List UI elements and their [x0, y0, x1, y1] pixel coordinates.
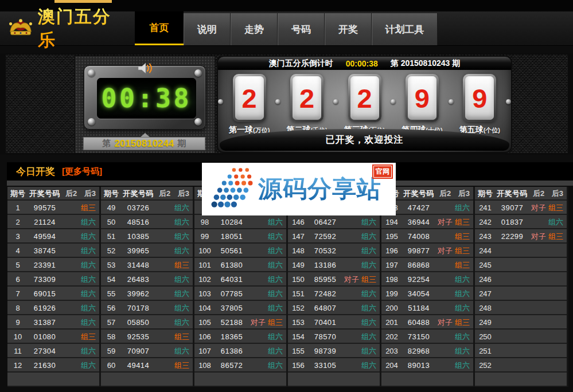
period-cell: 105 [194, 315, 215, 328]
hou3-cell: 组六 [268, 330, 286, 343]
period-cell: 51 [101, 229, 122, 242]
hou3-cell: 组三 [268, 315, 286, 328]
hou3-cell: 组六 [174, 344, 193, 357]
table-row: 252 [475, 358, 567, 373]
number-cell: 13186 [309, 258, 342, 271]
hou3-cell: 组六 [268, 272, 286, 285]
countdown-display: 00:38 [97, 78, 196, 119]
number-cell: 49414 [122, 358, 155, 371]
table-row: 10307785组六 [194, 287, 286, 301]
hou3-cell: 组六 [268, 358, 286, 371]
hou2-cell [248, 272, 268, 285]
ball-value: 2 [293, 76, 321, 120]
number-cell: 21124 [28, 215, 61, 228]
hou3-cell: 组六 [268, 229, 286, 242]
nav-item-计划工具[interactable]: 计划工具 [372, 13, 438, 45]
period-cell: 146 [288, 215, 309, 228]
hou3-cell: 组六 [268, 344, 286, 357]
hou3-cell: 组六 [361, 215, 380, 228]
number-cell: 61926 [28, 301, 61, 314]
period-cell: 55 [101, 287, 122, 300]
hou3-cell [548, 244, 567, 257]
number-cell: 70401 [309, 315, 342, 328]
table-row: 10161380组六 [194, 258, 286, 272]
hou3-cell: 组三 [81, 201, 99, 214]
period-cell: 247 [475, 287, 496, 300]
hou2-cell [342, 301, 361, 314]
speaker-icon[interactable] [138, 62, 153, 74]
period-cell: 150 [288, 272, 309, 285]
column-header: 开奖号码 [122, 187, 155, 199]
hou2-cell [529, 287, 548, 300]
nav-item-号码[interactable]: 号码 [278, 13, 325, 45]
rivet-icon [218, 99, 223, 104]
period-cell: 53 [101, 258, 122, 271]
ball-value: 2 [350, 76, 379, 120]
table-row: 20051184组六 [381, 301, 473, 315]
table-row: 221124组六 [7, 215, 99, 229]
hou2-cell [61, 229, 81, 242]
number-cell [496, 301, 529, 314]
table-row: 5970907组六 [101, 344, 193, 358]
site-title: 澳门五分乐 [38, 5, 127, 52]
ball-label-sub: (个位) [484, 127, 500, 134]
number-cell: 73150 [402, 330, 435, 343]
hou2-cell [342, 258, 361, 271]
nav-item-开奖[interactable]: 开奖 [325, 13, 372, 45]
table-row: 6049414组三 [101, 358, 193, 373]
hou3-cell: 组六 [455, 201, 473, 214]
period-cell: 100 [194, 244, 215, 257]
nav-item-走势[interactable]: 走势 [231, 13, 278, 45]
screw-icon [194, 69, 202, 77]
table-column-group: 期号开奖号码后2后324139077对子组三24201837组六24322299… [475, 187, 568, 387]
hou2-cell [435, 201, 455, 214]
table-row: 5670178组六 [101, 301, 193, 315]
number-cell: 61386 [215, 344, 248, 357]
number-cell: 52188 [215, 315, 248, 328]
rivet-icon [391, 99, 396, 104]
nav-item-首页[interactable]: 首页 [135, 11, 184, 45]
period-cell: 156 [288, 358, 309, 371]
table-row: 523391组六 [7, 258, 99, 272]
hou2-cell [435, 344, 455, 357]
hou3-cell: 组六 [81, 287, 99, 300]
table-row: 438745组六 [7, 244, 99, 258]
site-logo[interactable]: 澳门五分乐 [0, 11, 135, 45]
hou2-cell [529, 272, 548, 285]
hou3-cell: 组六 [81, 358, 99, 371]
hou3-cell: 组六 [361, 301, 380, 314]
more-numbers-link[interactable]: [更多号码] [62, 166, 102, 177]
number-cell: 03726 [122, 201, 155, 214]
table-row: 10886572组六 [194, 358, 286, 373]
table-row: 1127304组六 [7, 344, 99, 358]
period-cell: 58 [101, 330, 122, 343]
rivet-icon [449, 99, 454, 104]
hou3-cell: 组六 [361, 258, 380, 271]
hou2-cell [155, 344, 174, 357]
hou3-cell: 组六 [455, 344, 473, 357]
hou3-cell: 组三 [548, 229, 567, 242]
hou2-cell [248, 258, 268, 271]
table-row: 5892535组三 [101, 330, 193, 344]
table-row: 15598739组六 [288, 344, 380, 358]
draw-panel-titlebar: 澳门五分乐倒计时 00:00:38 第 20150810243 期 [218, 57, 511, 70]
hou2-cell [529, 315, 548, 328]
table-row: 931387组六 [7, 315, 99, 330]
slots-row: 2第一球(万位)2第二球(千位)2第三球(百位)9第四球(十位)9第五球(个位) [218, 74, 511, 135]
period-cell: 52 [101, 244, 122, 257]
table-row: 10552188对子组三 [194, 315, 286, 330]
hou2-cell [61, 287, 81, 300]
hou2-cell [61, 201, 81, 214]
table-row: 349594组六 [7, 229, 99, 244]
table-header-row: 期号开奖号码后2后3 [7, 187, 99, 201]
nav-item-说明[interactable]: 说明 [184, 13, 231, 45]
number-cell: 73309 [28, 272, 61, 285]
number-cell: 70178 [122, 301, 155, 314]
number-cell: 61380 [215, 258, 248, 271]
column-header: 后2 [435, 187, 455, 199]
period-cell: 250 [475, 330, 496, 343]
table-row: 1221630组六 [7, 358, 99, 373]
table-row [194, 373, 286, 387]
number-cell: 92535 [122, 330, 155, 343]
number-cell: 72482 [309, 287, 342, 300]
